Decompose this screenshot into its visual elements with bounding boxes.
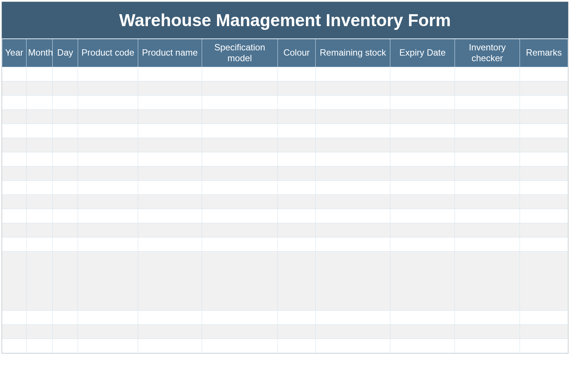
cell-day[interactable] (52, 324, 78, 339)
cell-inventory-checker[interactable] (455, 209, 520, 223)
cell-remarks[interactable] (520, 138, 568, 152)
cell-product-code[interactable] (78, 324, 138, 339)
cell-remarks[interactable] (520, 324, 568, 339)
cell-specification-model[interactable] (202, 166, 278, 180)
cell-inventory-checker[interactable] (455, 324, 520, 339)
cell-specification-model[interactable] (202, 67, 278, 81)
cell-inventory-checker[interactable] (455, 95, 520, 109)
cell-day[interactable] (52, 223, 78, 237)
cell-remaining-stock[interactable] (316, 310, 390, 324)
cell-specification-model[interactable] (202, 109, 278, 124)
cell-day[interactable] (52, 195, 78, 209)
cell-remarks[interactable] (520, 81, 568, 95)
cell-product-name[interactable] (138, 324, 202, 339)
cell-product-code[interactable] (78, 95, 138, 109)
cell-month[interactable] (27, 237, 53, 251)
cell-month[interactable] (27, 251, 53, 310)
cell-product-name[interactable] (138, 67, 202, 81)
cell-product-name[interactable] (138, 152, 202, 166)
cell-month[interactable] (27, 166, 53, 180)
cell-product-code[interactable] (78, 195, 138, 209)
cell-remarks[interactable] (520, 237, 568, 251)
cell-product-name[interactable] (138, 339, 202, 353)
cell-month[interactable] (27, 180, 53, 195)
cell-remaining-stock[interactable] (316, 95, 390, 109)
cell-month[interactable] (27, 223, 53, 237)
cell-inventory-checker[interactable] (455, 310, 520, 324)
cell-product-code[interactable] (78, 237, 138, 251)
cell-colour[interactable] (278, 138, 316, 152)
cell-year[interactable] (2, 223, 27, 237)
cell-year[interactable] (2, 109, 27, 124)
cell-specification-model[interactable] (202, 138, 278, 152)
cell-specification-model[interactable] (202, 339, 278, 353)
cell-year[interactable] (2, 152, 27, 166)
cell-year[interactable] (2, 195, 27, 209)
cell-year[interactable] (2, 67, 27, 81)
cell-expiry-date[interactable] (390, 339, 455, 353)
cell-day[interactable] (52, 67, 78, 81)
cell-day[interactable] (52, 152, 78, 166)
cell-year[interactable] (2, 209, 27, 223)
cell-remarks[interactable] (520, 166, 568, 180)
cell-product-name[interactable] (138, 124, 202, 138)
cell-colour[interactable] (278, 95, 316, 109)
cell-year[interactable] (2, 339, 27, 353)
cell-expiry-date[interactable] (390, 180, 455, 195)
cell-remaining-stock[interactable] (316, 251, 390, 310)
cell-specification-model[interactable] (202, 209, 278, 223)
cell-remaining-stock[interactable] (316, 180, 390, 195)
cell-product-code[interactable] (78, 209, 138, 223)
cell-day[interactable] (52, 180, 78, 195)
cell-specification-model[interactable] (202, 180, 278, 195)
cell-remarks[interactable] (520, 180, 568, 195)
cell-expiry-date[interactable] (390, 67, 455, 81)
cell-month[interactable] (27, 152, 53, 166)
cell-remaining-stock[interactable] (316, 81, 390, 95)
cell-inventory-checker[interactable] (455, 138, 520, 152)
cell-colour[interactable] (278, 195, 316, 209)
cell-specification-model[interactable] (202, 237, 278, 251)
cell-expiry-date[interactable] (390, 152, 455, 166)
cell-product-name[interactable] (138, 310, 202, 324)
cell-remaining-stock[interactable] (316, 209, 390, 223)
cell-specification-model[interactable] (202, 195, 278, 209)
cell-inventory-checker[interactable] (455, 237, 520, 251)
cell-expiry-date[interactable] (390, 124, 455, 138)
cell-expiry-date[interactable] (390, 81, 455, 95)
cell-product-name[interactable] (138, 81, 202, 95)
cell-product-name[interactable] (138, 180, 202, 195)
cell-colour[interactable] (278, 339, 316, 353)
cell-day[interactable] (52, 109, 78, 124)
cell-inventory-checker[interactable] (455, 166, 520, 180)
cell-month[interactable] (27, 324, 53, 339)
cell-year[interactable] (2, 324, 27, 339)
cell-inventory-checker[interactable] (455, 109, 520, 124)
cell-inventory-checker[interactable] (455, 81, 520, 95)
cell-month[interactable] (27, 310, 53, 324)
cell-colour[interactable] (278, 124, 316, 138)
cell-expiry-date[interactable] (390, 223, 455, 237)
cell-remarks[interactable] (520, 223, 568, 237)
cell-month[interactable] (27, 195, 53, 209)
cell-remaining-stock[interactable] (316, 152, 390, 166)
cell-year[interactable] (2, 138, 27, 152)
cell-month[interactable] (27, 138, 53, 152)
cell-product-code[interactable] (78, 67, 138, 81)
cell-inventory-checker[interactable] (455, 152, 520, 166)
cell-product-name[interactable] (138, 237, 202, 251)
cell-remarks[interactable] (520, 310, 568, 324)
cell-expiry-date[interactable] (390, 251, 455, 310)
cell-colour[interactable] (278, 67, 316, 81)
cell-remarks[interactable] (520, 339, 568, 353)
cell-specification-model[interactable] (202, 81, 278, 95)
cell-month[interactable] (27, 124, 53, 138)
cell-colour[interactable] (278, 310, 316, 324)
cell-product-name[interactable] (138, 166, 202, 180)
cell-specification-model[interactable] (202, 223, 278, 237)
cell-day[interactable] (52, 166, 78, 180)
cell-colour[interactable] (278, 251, 316, 310)
cell-inventory-checker[interactable] (455, 223, 520, 237)
cell-year[interactable] (2, 180, 27, 195)
cell-day[interactable] (52, 138, 78, 152)
